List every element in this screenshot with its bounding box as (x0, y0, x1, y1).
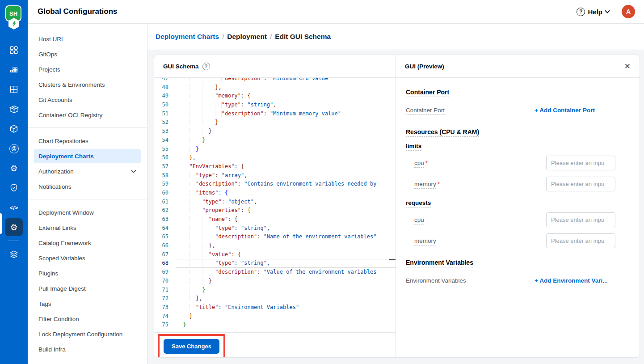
editor-scrollbar-track[interactable] (389, 78, 389, 332)
code-line-row[interactable]: 68 "type": "string", (154, 259, 396, 268)
sidebar-item-projects[interactable]: Projects (34, 62, 141, 76)
sidebar-item-lock-deployment-configuration[interactable]: Lock Deployment Configuration (34, 327, 141, 341)
sidebar-item-deployment-window[interactable]: Deployment Window (34, 205, 141, 220)
code-line-content: } (176, 277, 396, 286)
code-line-row[interactable]: 47 "description": "Minimum CPU value" (154, 78, 396, 83)
sidebar-item-external-links[interactable]: External Links (34, 220, 141, 235)
app-groups-icon[interactable] (5, 80, 23, 98)
close-icon[interactable]: ✕ (624, 62, 631, 71)
section-heading: Environment Variables (406, 259, 615, 266)
jobs-chart-icon[interactable] (5, 61, 23, 79)
code-line-row[interactable]: 52 } (154, 118, 396, 127)
code-line-row[interactable]: 71 } (154, 286, 396, 295)
code-line-row[interactable]: 63 "name": { (154, 215, 396, 224)
code-line-row[interactable]: 73 "title": "Environment Variables" (154, 303, 396, 312)
sidebar-item-label: Git Accounts (38, 97, 72, 103)
sidebar-item-tags[interactable]: Tags (34, 296, 141, 311)
global-config-gear-icon[interactable]: ⚙ (5, 218, 23, 236)
code-line-row[interactable]: 66 }, (154, 241, 396, 250)
input-memory[interactable] (546, 177, 615, 191)
code-line-content: }, (176, 294, 396, 303)
editor-footer: Save Changes (154, 332, 396, 357)
help-menu[interactable]: ? Help (577, 8, 610, 16)
sidebar-item-git-accounts[interactable]: Git Accounts (34, 93, 141, 107)
sidebar-item-plugins[interactable]: Plugins (34, 266, 141, 280)
field-control-column (535, 156, 615, 170)
code-line-row[interactable]: 62 "properties": { (154, 206, 396, 215)
preview-subsection: requestscpumemory (406, 199, 615, 248)
sidebar-item-clusters-environments[interactable]: Clusters & Environments (34, 77, 141, 92)
avatar[interactable]: A (622, 5, 635, 18)
code-line-row[interactable]: 56 }, (154, 153, 396, 162)
shield-check-icon[interactable] (5, 179, 23, 197)
field-control-column (535, 233, 615, 248)
sidebar-item-build-infra[interactable]: Build Infra (34, 342, 141, 356)
code-line-content: "title": "Environment Variables" (176, 303, 396, 312)
app-logo[interactable]: SH (5, 5, 22, 31)
at-circle-icon[interactable]: @ (5, 140, 23, 157)
code-line-row[interactable]: 59 "description": "Contains environment … (154, 180, 396, 189)
code-line-row[interactable]: 57 "EnvVariables": { (154, 162, 396, 171)
field-label-text: Container Port (406, 107, 445, 115)
input-memory[interactable] (546, 233, 615, 248)
apps-grid-icon[interactable] (5, 41, 23, 59)
code-line-content: } (176, 312, 396, 321)
sidebar-item-filter-condition[interactable]: Filter Condition (34, 312, 141, 326)
open-box-icon[interactable] (5, 100, 23, 118)
code-line-row[interactable]: 51 "description": "Minimum memory value" (154, 110, 396, 119)
code-icon[interactable]: </> (5, 199, 23, 216)
breadcrumb: Deployment Charts/Deployment/Edit GUI Sc… (147, 24, 644, 50)
sidebar-item-pull-image-digest[interactable]: Pull Image Digest (34, 281, 141, 296)
code-line-row[interactable]: 67 "value": { (154, 250, 396, 259)
sidebar-item-catalog-framework[interactable]: Catalog Framework (34, 236, 141, 250)
sidebar-item-deployment-charts[interactable]: Deployment Charts (34, 149, 141, 163)
code-line-row[interactable]: 60 "items": { (154, 189, 396, 198)
sidebar-item-label: Container/ OCI Registry (38, 112, 102, 119)
code-line-row[interactable]: 65 "description": "Name of the environme… (154, 233, 396, 241)
code-line-row[interactable]: 69 "description": "Value of the environm… (154, 268, 396, 277)
sidebar-group: Host URLGitOpsProjectsClusters & Environ… (28, 29, 147, 127)
schema-help-icon[interactable]: ? (202, 63, 210, 70)
sidebar-item-label: Filter Condition (38, 316, 79, 322)
line-number: 67 (154, 250, 176, 259)
code-line-row[interactable]: 50 "type": "string", (154, 101, 396, 110)
input-cpu[interactable] (546, 156, 615, 170)
line-number: 51 (154, 110, 176, 119)
line-number: 64 (154, 224, 176, 233)
sidebar-item-authorization[interactable]: Authorization (34, 164, 141, 178)
field-control-column: + Add Container Port (535, 107, 615, 114)
sidebar-item-scoped-variables[interactable]: Scoped Variables (34, 251, 141, 265)
sidebar-item-container-oci-registry[interactable]: Container/ OCI Registry (34, 108, 141, 122)
code-line-row[interactable]: 58 "type": "array", (154, 171, 396, 180)
code-line-row[interactable]: 64 "type": "string", (154, 224, 396, 233)
add-link-container-port[interactable]: + Add Container Port (535, 107, 595, 114)
subsection-heading-text: limits (406, 143, 421, 151)
code-line-row[interactable]: 74 } (154, 312, 396, 321)
code-line-row[interactable]: 55 } (154, 145, 396, 154)
sidebar-item-chart-repositories[interactable]: Chart Repositories (34, 134, 141, 148)
sidebar-item-gitops[interactable]: GitOps (34, 47, 141, 61)
code-line-row[interactable]: 48 }, (154, 83, 396, 92)
add-link-environment-variables[interactable]: + Add Environment Vari... (535, 277, 607, 284)
field-control-column: + Add Environment Vari... (535, 277, 615, 284)
code-editor[interactable]: 47 "description": "Minimum CPU value"48 … (154, 78, 396, 332)
code-line-row[interactable]: 49 "memory": { (154, 92, 396, 101)
code-line-row[interactable]: 54 } (154, 136, 396, 145)
cube-icon[interactable] (5, 120, 23, 138)
field-label-memory: memory* (414, 181, 440, 187)
code-line-row[interactable]: 53 } (154, 127, 396, 136)
breadcrumb-item-deployment-charts[interactable]: Deployment Charts (156, 33, 219, 41)
sidebar-item-host-url[interactable]: Host URL (34, 32, 141, 46)
top-header: Global Configurations ? Help A (28, 0, 644, 24)
sun-gear-icon[interactable]: ⚙ (5, 159, 23, 177)
code-line-row[interactable]: 70 } (154, 277, 396, 286)
code-line-row[interactable]: 72 }, (154, 294, 396, 303)
sidebar-item-label: Build Infra (38, 346, 66, 353)
breadcrumb-item-deployment: Deployment (227, 33, 267, 41)
code-line-row[interactable]: 61 "type": "object", (154, 198, 396, 207)
input-cpu[interactable] (546, 212, 615, 227)
sidebar-item-notifications[interactable]: Notifications (34, 179, 141, 194)
stack-layers-icon[interactable] (5, 245, 23, 263)
save-changes-button[interactable]: Save Changes (164, 339, 219, 354)
code-line-row[interactable]: 75} (154, 321, 396, 330)
